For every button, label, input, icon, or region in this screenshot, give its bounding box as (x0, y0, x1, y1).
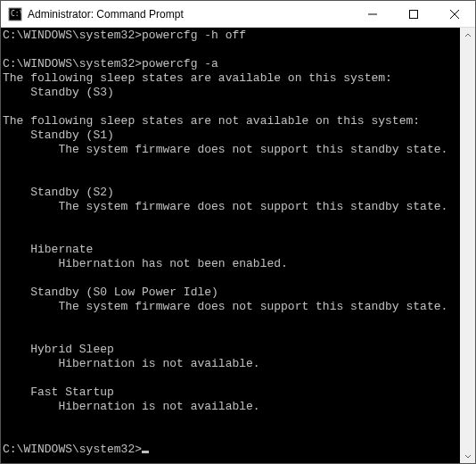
terminal-prompt: C:\WINDOWS\system32> (3, 443, 142, 456)
terminal-line (3, 314, 460, 328)
terminal-line: The following sleep states are not avail… (3, 114, 460, 128)
terminal-cursor (142, 451, 149, 453)
terminal-line: Standby (S0 Low Power Idle) (3, 286, 460, 300)
terminal-line (3, 157, 460, 171)
terminal-line (3, 100, 460, 114)
close-button[interactable] (434, 1, 475, 27)
terminal-line (3, 428, 460, 443)
terminal-line (3, 271, 460, 286)
terminal-line: Standby (S1) (3, 128, 460, 143)
terminal-line: C:\WINDOWS\system32>powercfg -h off (3, 29, 460, 43)
terminal-output[interactable]: C:\WINDOWS\system32>powercfg -h off C:\W… (1, 28, 460, 463)
terminal-line (3, 171, 460, 186)
terminal-line (3, 228, 460, 243)
window-titlebar: C:\ Administrator: Command Prompt (1, 1, 475, 28)
terminal-line: Standby (S2) (3, 186, 460, 200)
window-title: Administrator: Command Prompt (28, 8, 352, 21)
terminal-prompt-line[interactable]: C:\WINDOWS\system32> (3, 443, 460, 457)
terminal-line (3, 328, 460, 343)
terminal-line (3, 371, 460, 385)
cmd-icon: C:\ (8, 7, 22, 21)
terminal-line: The system firmware does not support thi… (3, 143, 460, 157)
scroll-up-button[interactable] (460, 28, 475, 43)
terminal-container: C:\WINDOWS\system32>powercfg -h off C:\W… (1, 28, 475, 463)
terminal-line: C:\WINDOWS\system32>powercfg -a (3, 57, 460, 71)
terminal-line: Hibernate (3, 243, 460, 257)
terminal-line: Hibernation is not available. (3, 400, 460, 414)
terminal-line: Hibernation has not been enabled. (3, 257, 460, 271)
maximize-button[interactable] (393, 1, 434, 27)
minimize-button[interactable] (352, 1, 393, 27)
terminal-line: The following sleep states are available… (3, 71, 460, 86)
scroll-down-button[interactable] (460, 448, 475, 463)
window-controls (352, 1, 475, 27)
terminal-line (3, 43, 460, 57)
terminal-line: Standby (S3) (3, 86, 460, 100)
svg-rect-3 (410, 10, 418, 18)
scroll-track[interactable] (460, 43, 475, 448)
terminal-line: The system firmware does not support thi… (3, 300, 460, 314)
terminal-line (3, 414, 460, 428)
terminal-line: The system firmware does not support thi… (3, 200, 460, 214)
terminal-line (3, 214, 460, 228)
terminal-line: Hibernation is not available. (3, 357, 460, 371)
terminal-line: Fast Startup (3, 385, 460, 400)
terminal-line: Hybrid Sleep (3, 343, 460, 357)
svg-text:C:\: C:\ (11, 10, 22, 18)
vertical-scrollbar[interactable] (460, 28, 475, 463)
